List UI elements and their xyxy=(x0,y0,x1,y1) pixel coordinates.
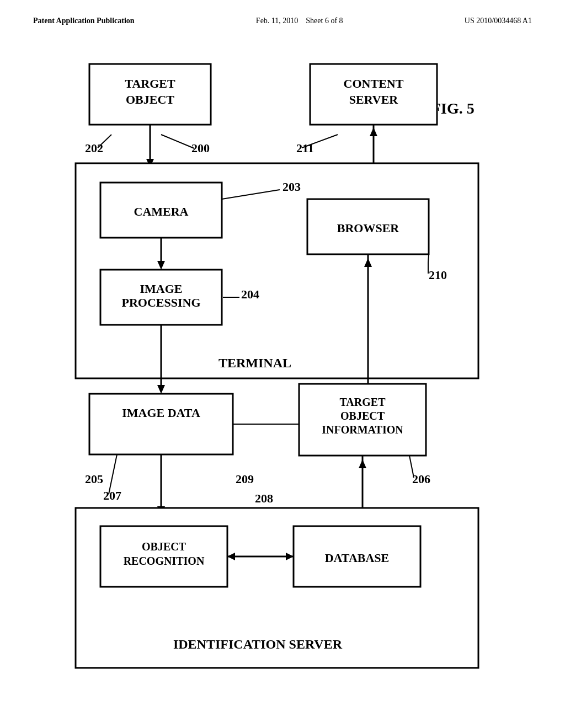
content-server-text1: CONTENT xyxy=(344,77,404,90)
label-204: 204 xyxy=(241,287,259,301)
sheet-label: Sheet 6 of 8 xyxy=(306,17,343,25)
publication-label: Patent Application Publication xyxy=(33,17,135,25)
object-recognition-text1: OBJECT xyxy=(142,540,186,553)
label-208: 208 xyxy=(255,491,273,505)
header-left: Patent Application Publication xyxy=(33,17,135,25)
image-data-box xyxy=(89,394,233,454)
image-processing-text2: PROCESSING xyxy=(121,296,200,309)
content-server-text2: SERVER xyxy=(349,93,399,106)
arrow-browser-to-server-head xyxy=(370,127,377,136)
page: Patent Application Publication Feb. 11, … xyxy=(0,0,565,728)
fig-label: FIG. 5 xyxy=(431,100,475,117)
camera-text: CAMERA xyxy=(134,205,189,218)
object-recognition-text2: RECOGNITION xyxy=(124,555,205,567)
database-text: DATABASE xyxy=(325,551,390,565)
header: Patent Application Publication Feb. 11, … xyxy=(33,17,532,25)
label-206: 206 xyxy=(412,472,430,486)
date-label: Feb. 11, 2010 xyxy=(256,17,298,25)
patent-number: US 2010/0034468 A1 xyxy=(465,17,532,25)
line-206 xyxy=(409,456,414,478)
label-203: 203 xyxy=(282,180,301,194)
line-210b xyxy=(428,254,429,263)
browser-text: BROWSER xyxy=(337,221,400,235)
label-209: 209 xyxy=(236,472,254,486)
image-data-text1: IMAGE DATA xyxy=(122,406,200,420)
terminal-label: TERMINAL xyxy=(218,356,291,370)
target-obj-info-text3: INFORMATION xyxy=(322,424,403,436)
arrow-imgproc-down-head xyxy=(157,385,165,394)
label-205: 205 xyxy=(85,472,103,486)
arrow-tobjinfo-up-head xyxy=(359,459,366,468)
target-object-text1: TARGET xyxy=(125,77,175,90)
image-processing-text1: IMAGE xyxy=(140,282,183,296)
identification-server-label: IDENTIFICATION SERVER xyxy=(173,637,343,651)
label-207: 207 xyxy=(103,489,121,502)
target-obj-info-text2: OBJECT xyxy=(340,410,385,422)
label-211: 211 xyxy=(296,141,314,155)
target-object-text2: OBJECT xyxy=(126,93,174,106)
diagram-svg: FIG. 5 TARGET OBJECT CONTENT SERVER 202 … xyxy=(45,42,520,693)
header-center: Feb. 11, 2010 Sheet 6 of 8 xyxy=(256,17,343,25)
label-210: 210 xyxy=(429,268,447,282)
label-202: 202 xyxy=(85,141,103,155)
line-200 xyxy=(161,135,194,148)
header-right: US 2010/0034468 A1 xyxy=(465,17,532,25)
target-obj-info-text1: TARGET xyxy=(340,396,386,408)
